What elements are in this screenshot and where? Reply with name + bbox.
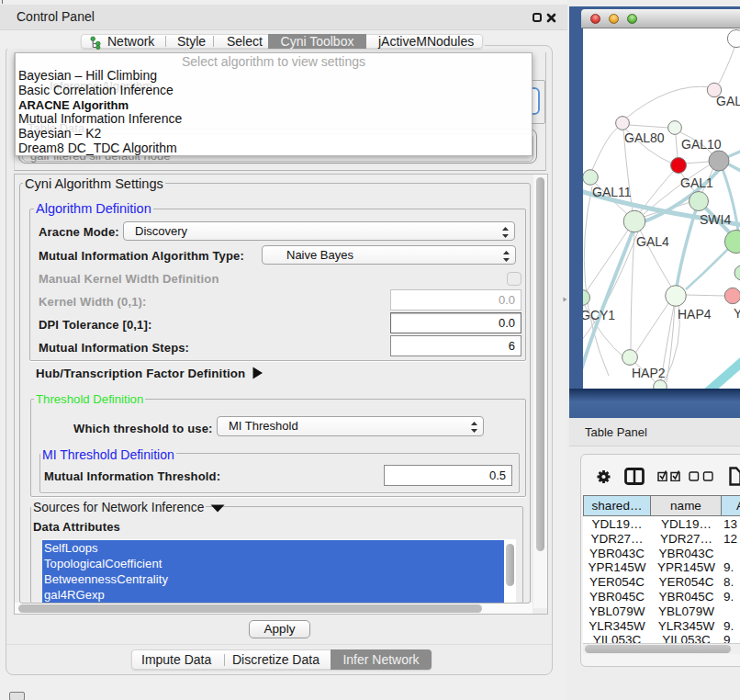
svg-text:SWI4: SWI4	[700, 212, 731, 227]
svg-text:GAL4: GAL4	[636, 234, 669, 249]
svg-text:Y: Y	[734, 306, 740, 321]
svg-text:GAL1: GAL1	[680, 175, 713, 190]
svg-text:GAL10: GAL10	[681, 137, 722, 152]
svg-text:GAL80: GAL80	[624, 130, 665, 145]
svg-text:GAL11: GAL11	[592, 185, 632, 199]
svg-text:HAP2: HAP2	[632, 366, 666, 380]
svg-text:GCY1: GCY1	[583, 308, 615, 322]
svg-text:HAP4: HAP4	[678, 307, 712, 322]
svg-text:GAL: GAL	[716, 94, 740, 108]
